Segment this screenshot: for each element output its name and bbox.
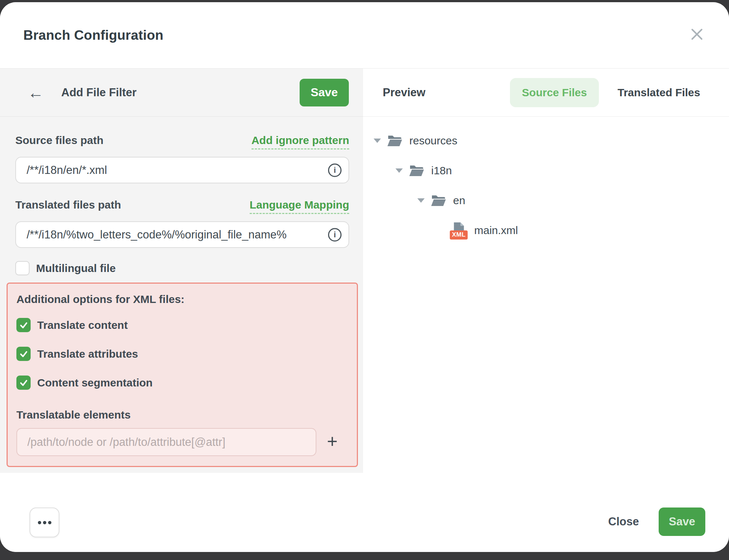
chevron-down-icon[interactable]: [374, 139, 381, 143]
filter-save-button[interactable]: Save: [300, 79, 349, 106]
modal-title: Branch Configuration: [23, 28, 163, 43]
ellipsis-icon: [48, 521, 51, 524]
check-icon: [19, 320, 28, 330]
source-path-input[interactable]: [15, 157, 349, 183]
translated-path-input[interactable]: [15, 221, 349, 248]
branch-configuration-modal: Branch Configuration ← Add File Filter S…: [0, 2, 729, 552]
modal-header: Branch Configuration: [0, 2, 729, 69]
preview-tabs: Source Files Translated Files: [510, 78, 700, 107]
file-tree: resources i18n en: [363, 117, 729, 475]
add-element-button[interactable]: +: [316, 432, 348, 452]
translate-content-checkbox[interactable]: [16, 318, 31, 332]
folder-icon: [409, 164, 424, 177]
tab-translated-files[interactable]: Translated Files: [617, 86, 700, 99]
close-icon[interactable]: [687, 25, 706, 44]
close-button[interactable]: Close: [608, 515, 639, 528]
multilingual-checkbox-row[interactable]: Multilingual file: [15, 261, 363, 275]
folder-icon: [387, 135, 402, 147]
xml-file-icon: XML: [453, 222, 467, 239]
translate-content-label: Translate content: [37, 319, 128, 331]
folder-icon: [431, 194, 446, 207]
multilingual-label: Multilingual file: [36, 262, 116, 275]
back-arrow-icon[interactable]: ←: [24, 85, 47, 101]
preview-header: Preview Source Files Translated Files: [363, 69, 729, 117]
tree-row-main-xml[interactable]: XML main.xml: [363, 215, 729, 245]
chevron-down-icon[interactable]: [395, 168, 403, 173]
chevron-down-icon[interactable]: [417, 198, 425, 203]
translated-path-label: Translated files path: [15, 199, 121, 211]
ellipsis-icon: [43, 521, 46, 524]
source-path-label: Source files path: [15, 134, 104, 147]
info-icon[interactable]: i: [328, 228, 342, 241]
translate-attributes-row[interactable]: Translate attributes: [16, 347, 357, 361]
check-icon: [19, 378, 28, 388]
x-icon: [690, 28, 703, 41]
tree-row-resources[interactable]: resources: [363, 126, 729, 156]
xml-options-heading: Additional options for XML files:: [16, 293, 357, 306]
translatable-elements-label: Translatable elements: [16, 409, 357, 421]
translate-attributes-label: Translate attributes: [37, 348, 138, 360]
preview-title: Preview: [383, 86, 425, 99]
more-options-button[interactable]: [30, 508, 59, 537]
tree-label: i18n: [431, 164, 452, 177]
modal-footer: Close Save: [0, 473, 729, 552]
xml-badge: XML: [450, 230, 468, 240]
multilingual-checkbox[interactable]: [15, 261, 30, 275]
tree-row-en[interactable]: en: [363, 186, 729, 215]
translate-attributes-checkbox[interactable]: [16, 347, 31, 361]
ellipsis-icon: [38, 521, 41, 524]
tree-label: en: [453, 194, 465, 207]
tree-label: resources: [409, 135, 457, 147]
translatable-elements-input[interactable]: [16, 428, 316, 456]
sub-header-band: ← Add File Filter Save Preview Source Fi…: [0, 69, 729, 117]
file-filter-title: Add File Filter: [61, 86, 137, 99]
save-button[interactable]: Save: [659, 508, 705, 536]
check-icon: [19, 349, 28, 359]
language-mapping-link[interactable]: Language Mapping: [250, 199, 349, 214]
content-segmentation-label: Content segmentation: [37, 377, 153, 389]
tree-label: main.xml: [474, 224, 518, 237]
tree-row-i18n[interactable]: i18n: [363, 156, 729, 186]
modal-content: Source files path Add ignore pattern i T…: [0, 117, 729, 475]
content-segmentation-row[interactable]: Content segmentation: [16, 376, 357, 390]
tab-source-files[interactable]: Source Files: [510, 78, 599, 107]
translate-content-row[interactable]: Translate content: [16, 318, 357, 332]
xml-options-panel: Additional options for XML files: Transl…: [7, 283, 358, 467]
file-filter-header: ← Add File Filter Save: [0, 69, 363, 117]
file-filter-form: Source files path Add ignore pattern i T…: [0, 117, 363, 475]
add-ignore-pattern-link[interactable]: Add ignore pattern: [252, 134, 349, 149]
info-icon[interactable]: i: [328, 163, 342, 177]
content-segmentation-checkbox[interactable]: [16, 376, 31, 390]
